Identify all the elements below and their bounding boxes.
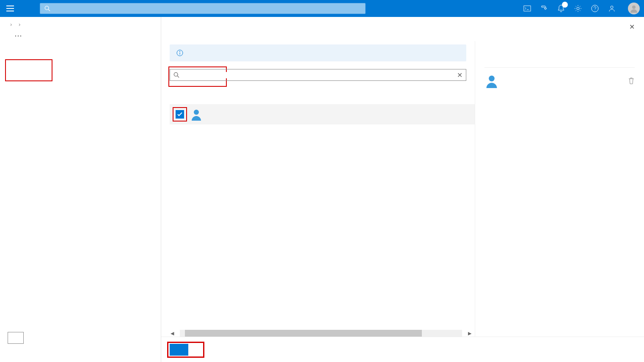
notifications-badge (562, 2, 568, 8)
svg-point-10 (174, 72, 178, 76)
svg-line-11 (177, 76, 179, 77)
select-button[interactable] (170, 344, 188, 356)
search-icon (44, 6, 50, 11)
table-row[interactable] (170, 104, 475, 124)
clear-icon[interactable]: ✕ (457, 71, 462, 79)
member-search-input[interactable] (183, 72, 453, 78)
row-checkbox[interactable] (176, 110, 184, 119)
cloud-shell-icon[interactable] (519, 0, 536, 17)
selected-item (484, 67, 635, 88)
svg-point-13 (489, 76, 495, 82)
info-icon (176, 50, 183, 56)
svg-point-5 (611, 6, 613, 8)
svg-point-3 (577, 7, 579, 10)
feedback-icon[interactable] (603, 0, 620, 17)
scroll-left-icon[interactable]: ◀ (170, 331, 175, 336)
user-icon (190, 108, 210, 121)
svg-line-1 (48, 9, 50, 11)
users-groups-panel: ✕ ✕ (161, 17, 644, 362)
svg-point-0 (45, 6, 49, 10)
notifications-icon[interactable] (553, 0, 570, 17)
svg-rect-2 (524, 6, 531, 11)
remove-icon[interactable] (628, 77, 635, 85)
svg-point-6 (632, 6, 636, 9)
more-actions-icon[interactable]: ⋯ (14, 31, 22, 40)
svg-point-4 (592, 5, 598, 12)
global-search[interactable] (40, 3, 366, 14)
user-icon (484, 74, 499, 88)
table-header (170, 97, 475, 104)
info-banner (170, 44, 466, 61)
directory-icon[interactable] (536, 0, 553, 17)
horizontal-scrollbar[interactable]: ◀ ▶ (170, 330, 472, 337)
help-icon[interactable] (586, 0, 603, 17)
scroll-right-icon[interactable]: ▶ (467, 331, 472, 336)
svg-point-9 (179, 51, 180, 52)
hamburger-menu[interactable] (0, 6, 20, 11)
global-search-input[interactable] (54, 6, 361, 12)
assign-button[interactable] (8, 332, 24, 344)
chevron-right-icon: › (10, 21, 12, 28)
chevron-right-icon: › (19, 21, 20, 28)
avatar[interactable] (628, 3, 640, 14)
settings-icon[interactable] (570, 0, 586, 17)
member-search[interactable]: ✕ (170, 69, 466, 81)
close-icon[interactable]: ✕ (629, 23, 635, 31)
search-icon (173, 72, 179, 78)
svg-point-12 (194, 110, 199, 115)
